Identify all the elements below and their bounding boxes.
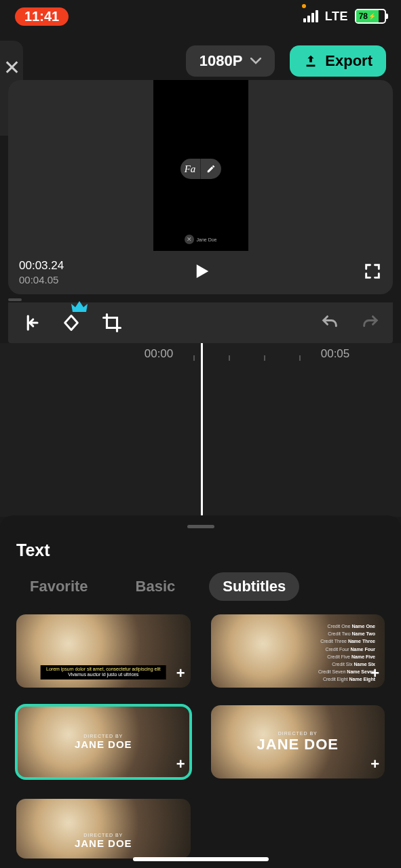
tab-subtitles[interactable]: Subtitles <box>209 572 299 601</box>
collapse-left-button[interactable] <box>19 311 42 334</box>
template-directed-alt[interactable]: DIRECTED BY JANE DOE <box>16 799 191 859</box>
add-icon[interactable]: + <box>176 665 185 682</box>
credits-list: Credit One Name One Credit Two Name Two … <box>318 623 375 684</box>
tab-bar: Favorite Basic Subtitles <box>16 572 385 601</box>
upload-icon <box>303 54 318 68</box>
fullscreen-icon <box>363 262 382 281</box>
redo-button[interactable] <box>359 311 382 334</box>
toolbar <box>8 302 393 343</box>
recording-dot <box>302 4 306 8</box>
status-bar: 11:41 LTE 78⚡ <box>0 0 401 33</box>
total-time: 00:04.05 <box>19 274 64 287</box>
playhead[interactable] <box>201 343 203 517</box>
template-subtitle: DIRECTED BY <box>257 731 339 736</box>
network-label: LTE <box>325 9 348 24</box>
tab-favorite[interactable]: Favorite <box>16 572 102 601</box>
close-small-icon[interactable]: ✕ <box>185 235 194 244</box>
play-icon <box>191 261 211 281</box>
status-time: 11:41 <box>15 7 69 26</box>
add-icon[interactable]: + <box>370 755 379 773</box>
export-label: Export <box>325 52 373 70</box>
play-button[interactable] <box>191 261 211 284</box>
tab-basic[interactable]: Basic <box>122 572 189 601</box>
template-directed-big[interactable]: DIRECTED BY JANE DOE + <box>211 705 385 778</box>
top-bar: 1080P Export <box>0 41 401 81</box>
font-style-icon[interactable]: Fa <box>180 159 201 179</box>
canvas-caption: ✕ Jane Doe <box>185 235 217 244</box>
undo-button[interactable] <box>318 311 341 334</box>
resolution-label: 1080P <box>199 52 243 70</box>
template-lorem-subtitle[interactable]: Lorem ipsum dolor sit amet, consectetur … <box>16 614 191 688</box>
video-canvas[interactable]: Fa ✕ Jane Doe <box>153 80 248 251</box>
signal-icon <box>303 10 318 22</box>
template-title: JANE DOE <box>257 736 339 753</box>
premium-crown-icon <box>71 301 88 313</box>
fullscreen-button[interactable] <box>363 262 382 283</box>
resolution-selector[interactable]: 1080P <box>186 45 275 77</box>
ruler-start: 00:00 <box>145 347 174 361</box>
edit-pencil-icon[interactable] <box>201 159 221 179</box>
timeline[interactable]: 00:00 00:05 <box>0 343 401 517</box>
export-button[interactable]: Export <box>290 45 386 77</box>
chevron-down-icon <box>250 58 261 64</box>
text-edit-pill[interactable]: Fa <box>180 159 221 179</box>
sheet-handle[interactable] <box>187 525 214 528</box>
add-icon[interactable]: + <box>370 665 379 682</box>
template-credits-roll[interactable]: Credit One Name One Credit Two Name Two … <box>211 614 385 688</box>
text-panel: Text Favorite Basic Subtitles Lorem ipsu… <box>0 515 401 868</box>
panel-title: Text <box>16 540 385 560</box>
lorem-line1: Lorem ipsum dolor sit amet, consectetur … <box>43 667 164 673</box>
ruler-end: 00:05 <box>321 347 350 361</box>
template-subtitle: DIRECTED BY <box>75 734 132 738</box>
template-directed-small[interactable]: DIRECTED BY JANE DOE + <box>16 705 191 778</box>
add-icon[interactable]: + <box>176 755 185 773</box>
keyframe-button[interactable] <box>60 311 83 334</box>
battery-icon: 78⚡ <box>355 9 386 24</box>
drag-handle[interactable] <box>8 298 22 301</box>
lorem-line2: Vivamus auctor id justo ut ultrices <box>43 672 164 678</box>
template-grid: Lorem ipsum dolor sit amet, consectetur … <box>16 614 385 859</box>
template-title: JANE DOE <box>75 738 132 750</box>
crop-button[interactable] <box>100 311 123 334</box>
template-title: JANE DOE <box>75 837 132 849</box>
home-indicator[interactable] <box>133 857 269 861</box>
current-time: 00:03.24 <box>19 258 64 273</box>
preview-pane: Fa ✕ Jane Doe 00:03.24 00:04.05 <box>8 80 393 294</box>
template-subtitle: DIRECTED BY <box>75 833 132 837</box>
time-display: 00:03.24 00:04.05 <box>19 258 64 287</box>
